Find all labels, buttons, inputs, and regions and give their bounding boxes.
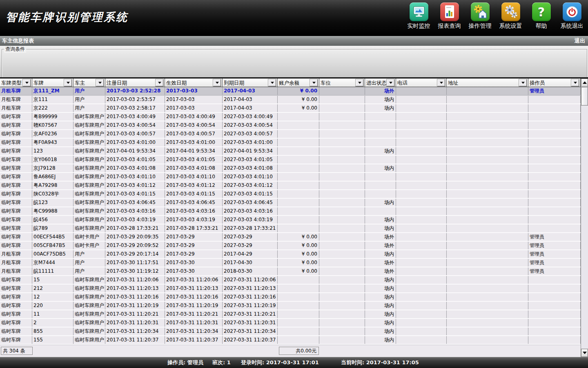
cell-address (447, 173, 528, 181)
cell-phone (396, 302, 447, 310)
cell-register_date: 2017-03-31 11:20:13 (105, 285, 165, 292)
column-header-plate_type[interactable]: 车牌类型 (0, 79, 32, 87)
cell-phone (396, 319, 447, 327)
column-header-plate[interactable]: 车牌 (32, 79, 74, 87)
scroll-down-button[interactable] (581, 349, 588, 357)
table-row[interactable]: 临时车牌00ECF544B5临时卡用户2017-03-29 20:09:3520… (0, 233, 581, 242)
toolbar-item-exit[interactable]: 系统退出 (557, 2, 587, 30)
cell-effective_date: 2017-03-03 4:03:19 (165, 216, 223, 224)
cell-parking_space (319, 207, 365, 215)
app-title: 智能车牌识别管理系统 (6, 10, 128, 25)
column-header-expire_date[interactable]: 到期日期 (223, 79, 278, 87)
filter-dropdown-button[interactable] (96, 79, 104, 86)
cell-operator: 管理员 (528, 233, 581, 241)
cell-plate: 00ECF544B5 (32, 233, 74, 241)
table-row[interactable]: 月租车牌皖11111用户2017-03-30 11:19:122017-03-3… (0, 267, 581, 276)
exit-link[interactable]: 退出 (575, 36, 585, 46)
toolbar-item-settings[interactable]: 系统设置 (495, 2, 526, 30)
chevron-down-icon (98, 82, 102, 84)
filter-dropdown-button[interactable] (356, 79, 363, 86)
filter-dropdown-button[interactable] (571, 79, 579, 86)
cell-balance (278, 328, 319, 335)
filter-dropdown-button[interactable] (268, 79, 276, 86)
filter-dropdown-button[interactable] (23, 79, 31, 86)
table-row[interactable]: 月租车牌京222用户2017-03-03 2:58:172017-03-0320… (0, 104, 581, 113)
toolbar-item-report[interactable]: 报表查询 (434, 2, 465, 30)
column-header-phone[interactable]: 电话 (396, 79, 447, 87)
filter-dropdown-button[interactable] (213, 79, 221, 86)
table-row[interactable]: 月租车牌京M7444用户2017-03-30 11:17:512017-03-3… (0, 259, 581, 267)
filter-dropdown-button[interactable] (310, 79, 318, 86)
column-header-address[interactable]: 地址 (447, 79, 528, 87)
toolbar-item-operation[interactable]: 操作管理 (465, 2, 495, 30)
scroll-up-button[interactable] (581, 79, 588, 87)
cell-plate: 粤B99999 (32, 113, 74, 121)
cell-balance (278, 121, 319, 129)
cell-plate: 京J79128 (32, 164, 74, 172)
table-row[interactable]: 月租车牌京111_ZM用户2017-03-03 2:52:282017-03-0… (0, 87, 581, 96)
scrollbar-thumb[interactable] (581, 87, 588, 105)
table-row[interactable]: 临时车牌123临时车牌用户2017-04-01 9:53:342017-04-0… (0, 147, 581, 156)
table-row[interactable]: 临时车牌15临时车牌用户2017-03-31 11:20:062017-03-3… (0, 276, 581, 285)
cell-in_out_status (365, 130, 396, 138)
cell-register_date: 2017-03-03 4:01:15 (105, 190, 165, 198)
column-header-effective_date[interactable]: 生效日期 (165, 79, 223, 87)
table-row[interactable]: 临时车牌粤C99988临时车牌用户2017-03-03 4:03:162017-… (0, 207, 581, 216)
cell-operator (528, 285, 581, 292)
table-row[interactable]: 临时车牌2临时车牌用户2017-03-31 11:20:312017-03-31… (0, 319, 581, 328)
cell-phone (396, 156, 447, 164)
cell-parking_space (319, 190, 365, 198)
table-row[interactable]: 临时车牌京J79128临时车牌用户2017-03-03 4:01:082017-… (0, 164, 581, 173)
cell-owner: 临时车牌用户 (74, 276, 105, 284)
cell-owner: 临时车牌用户 (74, 113, 105, 121)
filter-dropdown-button[interactable] (437, 79, 445, 86)
column-header-operator[interactable]: 操作员 (528, 79, 581, 87)
cell-expire_date: 2018-03-30 (223, 267, 278, 275)
column-header-balance[interactable]: 账户余额 (278, 79, 319, 87)
cell-address (447, 87, 528, 95)
operation-manage-icon (471, 2, 490, 21)
table-row[interactable]: 临时车牌212临时车牌用户2017-03-31 11:20:132017-03-… (0, 285, 581, 293)
table-row[interactable]: 临时车牌陕C0328学临时车牌用户2017-03-03 4:01:152017-… (0, 190, 581, 199)
table-row[interactable]: 临时车牌220临时车牌用户2017-03-31 11:20:192017-03-… (0, 302, 581, 310)
column-header-parking_space[interactable]: 车位 (319, 79, 365, 87)
column-label: 电话 (397, 80, 408, 87)
filter-dropdown-button[interactable] (156, 79, 163, 86)
table-row[interactable]: 临时车牌005CFB47B5临时卡用户2017-03-29 20:09:5220… (0, 242, 581, 250)
column-header-owner[interactable]: 车主 (74, 79, 105, 87)
table-row[interactable]: 临时车牌京Y06018临时车牌用户2017-03-03 4:01:052017-… (0, 156, 581, 164)
table-row[interactable]: 临时车牌粤A79298临时车牌用户2017-03-03 4:01:122017-… (0, 182, 581, 190)
filter-dropdown-button[interactable] (64, 79, 72, 86)
column-header-in_out_status[interactable]: 进出状态 (365, 79, 396, 87)
vertical-scrollbar[interactable] (581, 79, 588, 357)
cell-plate_type: 月租车牌 (0, 87, 32, 95)
cell-in_out_status: 场外 (365, 233, 396, 241)
table-row[interactable]: 临时车牌11临时车牌用户2017-03-31 11:20:212017-03-3… (0, 310, 581, 319)
filter-dropdown-button[interactable] (387, 79, 394, 86)
table-row[interactable]: 临时车牌皖456临时车牌用户2017-03-03 4:03:192017-03-… (0, 216, 581, 224)
cell-balance (278, 293, 319, 301)
column-header-register_date[interactable]: 注册日期 (105, 79, 165, 87)
table-row[interactable]: 临时车牌皖789临时车牌用户2017-03-28 17:33:212017-03… (0, 224, 581, 233)
cell-address (447, 293, 528, 301)
table-row[interactable]: 月租车牌00ACF75DB5用户2017-03-29 20:17:142017-… (0, 250, 581, 259)
table-row[interactable]: 临时车牌155临时车牌用户2017-03-31 11:20:372017-03-… (0, 336, 581, 345)
table-row[interactable]: 月租车牌京111用户2017-03-03 2:53:572017-03-0320… (0, 96, 581, 104)
cell-register_date: 2017-03-03 4:01:05 (105, 156, 165, 164)
table-row[interactable]: 临时车牌855临时车牌用户2017-03-31 11:20:342017-03-… (0, 328, 581, 336)
table-row[interactable]: 临时车牌京AF0236临时车牌用户2017-03-03 4:00:572017-… (0, 130, 581, 139)
cell-effective_date: 2017-03-03 (165, 87, 223, 95)
filter-dropdown-button[interactable] (519, 79, 527, 86)
table-row[interactable]: 临时车牌12临时车牌用户2017-03-31 11:20:162017-03-3… (0, 293, 581, 302)
toolbar-item-help[interactable]: ? 帮助 (526, 2, 557, 30)
table-row[interactable]: 临时车牌粤B99999临时车牌用户2017-03-03 4:00:492017-… (0, 113, 581, 121)
table-row[interactable]: 临时车牌鲁A686EJ临时车牌用户2017-03-03 4:01:102017-… (0, 173, 581, 182)
table-row[interactable]: 临时车牌皖123临时车牌用户2017-03-03 4:06:452017-03-… (0, 199, 581, 207)
cell-owner: 临时车牌用户 (74, 156, 105, 164)
table-row[interactable]: 临时车牌赣K07567临时车牌用户2017-03-03 4:00:542017-… (0, 121, 581, 130)
cell-operator: 管理员 (528, 267, 581, 275)
toolbar-item-monitor[interactable]: 实时监控 (403, 2, 434, 30)
cell-plate: 855 (32, 328, 74, 335)
table-row[interactable]: 临时车牌粤F0A943临时车牌用户2017-03-03 4:01:002017-… (0, 139, 581, 147)
cell-register_date: 2017-03-03 4:01:08 (105, 164, 165, 172)
